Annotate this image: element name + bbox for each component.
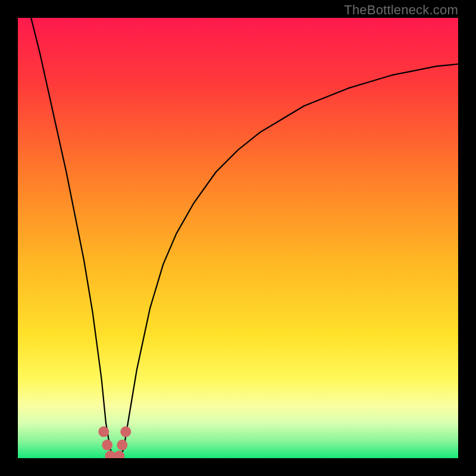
bottleneck-curve [18,18,458,458]
marker-dot [117,440,127,450]
marker-dot [102,440,112,450]
chart-frame [18,18,458,458]
marker-dot [98,427,109,437]
watermark-text: TheBottleneck.com [344,2,458,18]
marker-dot [120,427,131,437]
